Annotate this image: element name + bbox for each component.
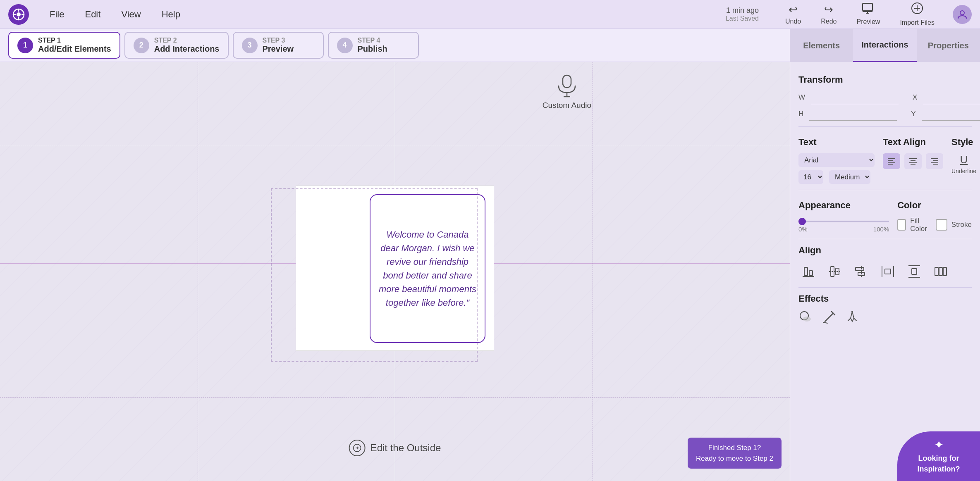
svg-rect-49 — [943, 267, 947, 276]
step-4-num: 4 — [337, 38, 353, 53]
opacity-slider[interactable] — [798, 221, 889, 222]
custom-audio-button[interactable]: Custom Audio — [543, 74, 591, 110]
stroke-label: Stroke — [951, 221, 972, 229]
text-section: Text Arial Helvetica Times New Roman 16 … — [798, 133, 972, 184]
right-panel: Transform W X ↻ 0° H Y T — [790, 62, 980, 481]
import-files-button[interactable]: Import Files — [894, 0, 940, 29]
step-1[interactable]: 1 STEP 1 Add/Edit Elements — [8, 32, 120, 59]
align-columns-button[interactable] — [931, 262, 951, 281]
inspiration-corner[interactable]: ✦ Looking for Inspiration? — [897, 431, 980, 481]
finished-step-button[interactable]: Finished Step 1? Ready to move to Step 2 — [688, 438, 782, 469]
stroke-swatch[interactable] — [936, 219, 947, 231]
step-1-title: STEP 1 — [38, 37, 111, 44]
stroke-item[interactable]: Stroke — [936, 219, 972, 231]
tab-interactions[interactable]: Interactions — [853, 29, 916, 62]
font-family-select[interactable]: Arial Helvetica Times New Roman — [798, 153, 875, 167]
divider-2 — [798, 190, 972, 190]
style-title: Style — [951, 137, 980, 148]
svg-rect-6 — [863, 3, 872, 11]
align-icons-row — [798, 262, 972, 281]
svg-line-57 — [854, 318, 856, 321]
svg-rect-46 — [912, 269, 917, 274]
color-effect-button[interactable] — [845, 310, 860, 328]
transform-controls: W X ↻ 0° H Y — [798, 91, 972, 121]
finished-step-line2: Ready to move to Step 2 — [696, 453, 773, 464]
steps-and-tabs: 1 STEP 1 Add/Edit Elements 2 STEP 2 Add … — [0, 29, 980, 62]
opacity-labels: 0% 100% — [798, 226, 889, 233]
finished-step-line1: Finished Step 1? — [696, 443, 773, 453]
svg-rect-16 — [563, 75, 571, 88]
step-2[interactable]: 2 STEP 2 Add Interactions — [124, 32, 229, 59]
x-input[interactable] — [923, 91, 980, 104]
transform-row-1: W X ↻ 0° — [798, 91, 972, 104]
divider-1 — [798, 126, 972, 127]
fill-color-item[interactable]: Fill Color — [897, 217, 930, 233]
blur-effect-button[interactable] — [822, 310, 837, 328]
underline-button[interactable]: U Underline — [951, 153, 976, 174]
fill-color-swatch[interactable] — [897, 219, 906, 231]
effects-title: Effects — [798, 293, 972, 304]
step-4-text: STEP 4 Publish — [358, 37, 387, 54]
svg-line-54 — [823, 322, 827, 323]
save-status: 1 min ago Last Saved — [726, 6, 759, 22]
step-1-text: STEP 1 Add/Edit Elements — [38, 37, 111, 54]
color-controls: Fill Color Stroke — [897, 217, 972, 233]
align-center-v-button[interactable] — [825, 262, 845, 281]
nav-view[interactable]: View — [117, 7, 145, 22]
nav-help[interactable]: Help — [158, 7, 184, 22]
step-1-name: Add/Edit Elements — [38, 44, 111, 54]
canvas[interactable]: Custom Audio Welcome to Canada dear Morg… — [0, 62, 790, 481]
inspiration-line1: Looking for — [918, 453, 959, 464]
distribute-v-button[interactable] — [904, 262, 924, 281]
redo-icon: ↪ — [824, 3, 833, 16]
svg-rect-48 — [939, 267, 942, 276]
edit-outside-button[interactable]: Edit the Outside — [349, 440, 441, 456]
font-size-select[interactable]: 16 12 14 18 24 — [798, 170, 823, 184]
nav-edit[interactable]: Edit — [81, 7, 105, 22]
redo-button[interactable]: ↪ Redo — [815, 1, 842, 28]
guide-h-2 — [0, 397, 790, 398]
preview-label: Preview — [857, 18, 880, 26]
fill-color-label: Fill Color — [910, 217, 930, 233]
color-col: Color Fill Color Stroke — [897, 196, 972, 233]
align-center-h-button[interactable] — [851, 262, 871, 281]
step-3-text: STEP 3 Preview — [263, 37, 294, 54]
tab-elements[interactable]: Elements — [790, 29, 853, 62]
step-3[interactable]: 3 STEP 3 Preview — [233, 32, 324, 59]
align-left-button[interactable] — [883, 153, 900, 169]
card-outer[interactable]: Welcome to Canada dear Morgan. I wish we… — [296, 186, 494, 351]
distribute-h-button[interactable] — [878, 262, 898, 281]
align-bottom-button[interactable] — [798, 262, 818, 281]
h-input[interactable] — [809, 107, 897, 121]
arrow-circle-icon — [349, 440, 366, 456]
svg-rect-33 — [809, 271, 813, 276]
transform-title: Transform — [798, 74, 972, 85]
undo-icon: ↩ — [789, 3, 798, 16]
preview-button[interactable]: Preview — [851, 0, 886, 28]
card-inner[interactable]: Welcome to Canada dear Morgan. I wish we… — [370, 194, 485, 343]
y-input[interactable] — [922, 107, 980, 121]
svg-point-13 — [960, 11, 964, 15]
user-avatar[interactable] — [953, 5, 972, 24]
preview-icon — [862, 3, 875, 17]
app-logo[interactable] — [8, 4, 29, 25]
opacity-control: 0% 100% — [798, 217, 889, 233]
align-center-button[interactable] — [904, 153, 922, 169]
svg-rect-43 — [885, 269, 891, 274]
undo-button[interactable]: ↩ Undo — [779, 1, 807, 28]
text-title: Text — [798, 137, 875, 148]
tab-properties[interactable]: Properties — [917, 29, 980, 62]
w-input[interactable] — [811, 91, 899, 104]
step-3-name: Preview — [263, 44, 294, 54]
shadow-effect-button[interactable] — [798, 310, 813, 328]
nav-file[interactable]: File — [45, 7, 68, 22]
text-col: Text Arial Helvetica Times New Roman 16 … — [798, 133, 875, 184]
step-4[interactable]: 4 STEP 4 Publish — [328, 32, 419, 59]
font-weight-select[interactable]: Medium Regular Bold — [829, 170, 870, 184]
step-2-title: STEP 2 — [154, 37, 220, 44]
steps-bar: 1 STEP 1 Add/Edit Elements 2 STEP 2 Add … — [0, 29, 790, 62]
opacity-max: 100% — [873, 226, 889, 233]
align-right-button[interactable] — [926, 153, 943, 169]
save-label: Last Saved — [726, 15, 759, 22]
toolbar: ↩ Undo ↪ Redo Preview Import Files — [779, 0, 940, 29]
